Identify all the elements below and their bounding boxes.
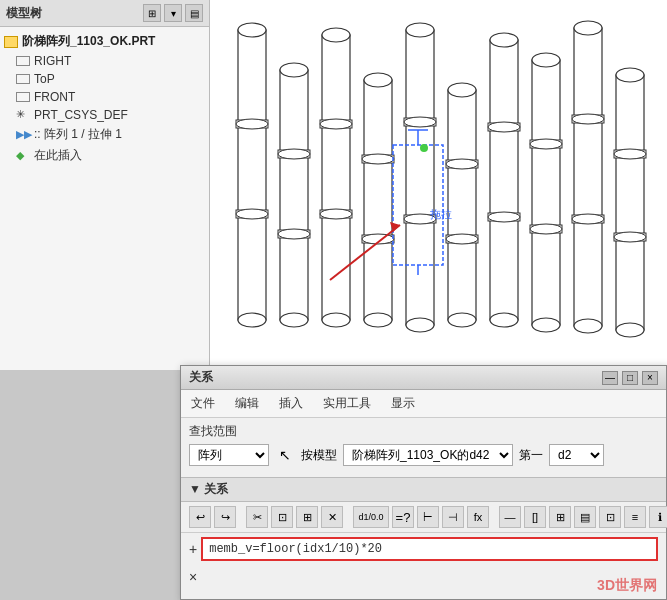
svg-point-61 xyxy=(572,114,604,124)
svg-point-3 xyxy=(238,313,266,327)
svg-rect-1 xyxy=(238,30,266,320)
plane-icon-top xyxy=(16,74,30,84)
tree-item-right[interactable]: RIGHT xyxy=(0,52,209,70)
menu-tools[interactable]: 实用工具 xyxy=(313,392,381,415)
param-dropdown[interactable]: d2 xyxy=(549,444,604,466)
search-section-label: 查找范围 xyxy=(189,423,658,440)
info-button[interactable]: ℹ xyxy=(649,506,667,528)
formula-input[interactable] xyxy=(201,537,658,561)
grid-button[interactable]: ⊞ xyxy=(549,506,571,528)
cad-area: 模型树 ⊞ ▾ ▤ 阶梯阵列_1103_OK.PRT RIGHT ToP xyxy=(0,0,667,370)
svg-rect-57 xyxy=(574,28,602,326)
tree-item-front-label: FRONT xyxy=(34,90,75,104)
search-dropdown[interactable]: 阵列 xyxy=(189,444,269,466)
svg-rect-36 xyxy=(448,90,476,320)
tree-item-csys[interactable]: ✳ PRT_CSYS_DEF xyxy=(0,106,209,124)
svg-point-17 xyxy=(322,313,350,327)
delete-button[interactable]: ✕ xyxy=(321,506,343,528)
tree-toolbar-btn-1[interactable]: ⊞ xyxy=(143,4,161,22)
svg-point-37 xyxy=(448,83,476,97)
first-label: 第一 xyxy=(519,447,543,464)
tree-toolbar-btn-2[interactable]: ▾ xyxy=(164,4,182,22)
array-icon: ▶▶ xyxy=(16,128,30,142)
dialog-titlebar: 关系 — □ × xyxy=(181,366,666,390)
undo-button[interactable]: ↩ xyxy=(189,506,211,528)
minus-button[interactable]: — xyxy=(499,506,521,528)
copy-button[interactable]: ⊡ xyxy=(271,506,293,528)
menu-display[interactable]: 显示 xyxy=(381,392,425,415)
svg-point-7 xyxy=(236,209,268,219)
svg-point-45 xyxy=(490,313,518,327)
tree-item-array-label: :: 阵列 1 / 拉伸 1 xyxy=(34,126,122,143)
svg-rect-15 xyxy=(322,35,350,320)
paste-button[interactable]: ⊞ xyxy=(296,506,318,528)
relation-input-row-2: × xyxy=(181,565,666,589)
model-label: 按模型 xyxy=(301,447,337,464)
tree-toolbar-btn-3[interactable]: ▤ xyxy=(185,4,203,22)
tree-item-right-label: RIGHT xyxy=(34,54,71,68)
settings-button[interactable]: ⊡ xyxy=(599,506,621,528)
toolbar-row: ↩ ↪ ✂ ⊡ ⊞ ✕ d1/0.0 =? ⊢ ⊣ fx — [] ⊞ ▤ ⊡ … xyxy=(181,502,666,533)
svg-point-30 xyxy=(406,23,434,37)
svg-point-66 xyxy=(616,323,644,337)
plane-icon-front xyxy=(16,92,30,102)
tree-item-insert-label: 在此插入 xyxy=(34,147,82,164)
svg-point-44 xyxy=(490,33,518,47)
svg-point-40 xyxy=(446,159,478,169)
minimize-button[interactable]: — xyxy=(602,371,618,385)
svg-point-21 xyxy=(320,209,352,219)
svg-point-68 xyxy=(614,149,646,159)
fx-button[interactable]: fx xyxy=(467,506,489,528)
param2-button[interactable]: ⊣ xyxy=(442,506,464,528)
svg-point-16 xyxy=(322,28,350,42)
tree-items: 阶梯阵列_1103_OK.PRT RIGHT ToP FRONT ✳ PRT_C… xyxy=(0,27,209,170)
plane-icon-right xyxy=(16,56,30,66)
menu-insert[interactable]: 插入 xyxy=(269,392,313,415)
svg-point-51 xyxy=(532,53,560,67)
svg-point-70 xyxy=(614,232,646,242)
tree-item-root[interactable]: 阶梯阵列_1103_OK.PRT xyxy=(0,31,209,52)
relations-dialog: 关系 — □ × 文件 编辑 插入 实用工具 显示 查找范围 阵列 ↖ 按模型 … xyxy=(180,365,667,600)
tree-item-insert[interactable]: ◆ 在此插入 xyxy=(0,145,209,166)
maximize-button[interactable]: □ xyxy=(622,371,638,385)
redo-button[interactable]: ↪ xyxy=(214,506,236,528)
svg-point-49 xyxy=(488,212,520,222)
model-tree-title: 模型树 xyxy=(6,5,42,22)
svg-point-42 xyxy=(446,234,478,244)
svg-point-33 xyxy=(404,117,436,127)
menu-file[interactable]: 文件 xyxy=(181,392,225,415)
plus-label: + xyxy=(189,541,197,557)
svg-point-9 xyxy=(280,63,308,77)
close-button[interactable]: × xyxy=(642,371,658,385)
svg-point-56 xyxy=(530,224,562,234)
watermark: 3D世界网 xyxy=(597,577,657,595)
search-section: 查找范围 阵列 ↖ 按模型 阶梯阵列_1103_OK的d42 第一 d2 xyxy=(181,418,666,477)
align-button[interactable]: ≡ xyxy=(624,506,646,528)
cut-button[interactable]: ✂ xyxy=(246,506,268,528)
svg-rect-29 xyxy=(406,30,434,325)
d1-button[interactable]: d1/0.0 xyxy=(353,506,389,528)
x-label: × xyxy=(189,569,197,585)
insert-icon: ◆ xyxy=(16,149,30,163)
svg-rect-22 xyxy=(364,80,392,320)
tree-item-csys-label: PRT_CSYS_DEF xyxy=(34,108,128,122)
svg-point-5 xyxy=(236,119,268,129)
viewport: 拖拉 xyxy=(210,0,667,370)
menu-edit[interactable]: 编辑 xyxy=(225,392,269,415)
tree-item-array[interactable]: ▶▶ :: 阵列 1 / 拉伸 1 xyxy=(0,124,209,145)
relations-header: ▼ 关系 xyxy=(181,477,666,502)
csys-icon: ✳ xyxy=(16,108,30,122)
search-row: 阵列 ↖ 按模型 阶梯阵列_1103_OK的d42 第一 d2 xyxy=(189,444,658,466)
equals-button[interactable]: =? xyxy=(392,506,414,528)
tree-item-top[interactable]: ToP xyxy=(0,70,209,88)
insert-param-button[interactable]: ⊢ xyxy=(417,506,439,528)
svg-point-14 xyxy=(278,229,310,239)
svg-point-59 xyxy=(574,319,602,333)
list-button[interactable]: ▤ xyxy=(574,506,596,528)
cursor-icon[interactable]: ↖ xyxy=(275,445,295,465)
relation-input-row: + xyxy=(181,533,666,565)
tree-item-top-label: ToP xyxy=(34,72,55,86)
bracket-button[interactable]: [] xyxy=(524,506,546,528)
tree-item-front[interactable]: FRONT xyxy=(0,88,209,106)
model-dropdown[interactable]: 阶梯阵列_1103_OK的d42 xyxy=(343,444,513,466)
